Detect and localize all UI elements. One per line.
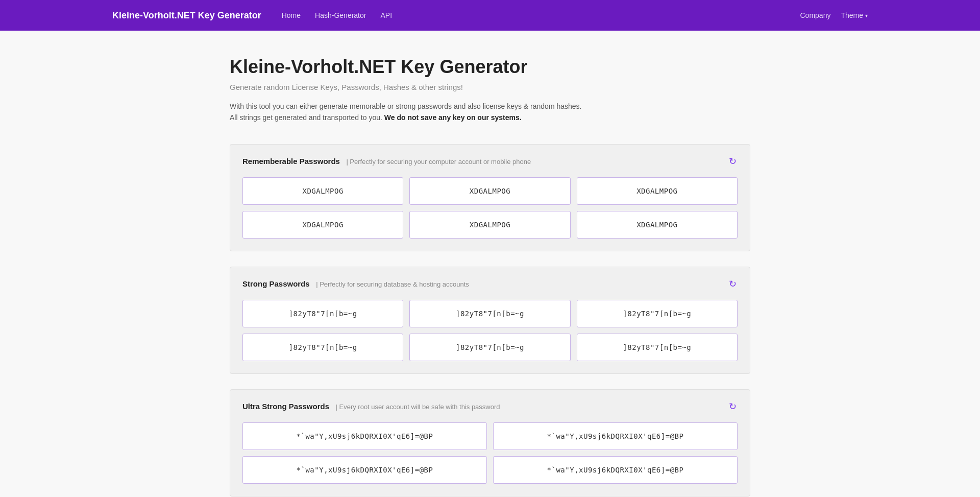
nav-link-api[interactable]: API [380,11,392,19]
ultra-strong-passwords-section: Ultra Strong Passwords | Every root user… [230,389,750,496]
ultra-strong-passwords-grid: *`wa"Y,xU9sj6kDQRXI0X'qE6]=@BP *`wa"Y,xU… [242,422,738,484]
page-subtitle: Generate random License Keys, Passwords,… [230,83,750,91]
rememberable-password-3[interactable]: XDGALMPOG [242,211,403,239]
rememberable-title-group: Rememberable Passwords | Perfectly for s… [242,157,531,166]
rememberable-password-5[interactable]: XDGALMPOG [577,211,738,239]
theme-label: Theme [841,11,863,19]
rememberable-password-4[interactable]: XDGALMPOG [409,211,570,239]
ultra-strong-password-3[interactable]: *`wa"Y,xU9sj6kDQRXI0X'qE6]=@BP [493,456,738,484]
theme-button[interactable]: Theme ▾ [841,11,868,19]
rememberable-passwords-grid: XDGALMPOG XDGALMPOG XDGALMPOG XDGALMPOG … [242,177,738,239]
rememberable-title: Rememberable Passwords [242,157,340,165]
ultra-strong-password-0[interactable]: *`wa"Y,xU9sj6kDQRXI0X'qE6]=@BP [242,422,487,450]
strong-password-3[interactable]: ]82yT8"7[n[b=~g [242,334,403,361]
ultra-strong-password-2[interactable]: *`wa"Y,xU9sj6kDQRXI0X'qE6]=@BP [242,456,487,484]
ultra-strong-title: Ultra Strong Passwords [242,402,329,411]
strong-title: Strong Passwords [242,279,310,288]
nav-link-company[interactable]: Company [800,11,831,19]
ultra-strong-subtitle: | Every root user account will be safe w… [336,403,500,411]
description-line2-plain: All strings get generated and transporte… [230,113,382,122]
ultra-strong-header: Ultra Strong Passwords | Every root user… [242,400,738,413]
page-description: With this tool you can either generate m… [230,101,750,124]
rememberable-password-1[interactable]: XDGALMPOG [409,177,570,205]
rememberable-passwords-section: Rememberable Passwords | Perfectly for s… [230,144,750,251]
navbar: Kleine-Vorholt.NET Key Generator Home Ha… [0,0,980,31]
rememberable-refresh-button[interactable]: ↻ [728,155,738,168]
ultra-strong-refresh-button[interactable]: ↻ [728,400,738,413]
strong-passwords-section: Strong Passwords | Perfectly for securin… [230,267,750,374]
rememberable-header: Rememberable Passwords | Perfectly for s… [242,155,738,168]
page-title: Kleine-Vorholt.NET Key Generator [230,56,750,78]
strong-header: Strong Passwords | Perfectly for securin… [242,277,738,291]
navbar-links: Home Hash-Generator API [282,11,800,19]
main-content: Kleine-Vorholt.NET Key Generator Generat… [219,31,761,497]
description-line1: With this tool you can either generate m… [230,102,581,110]
strong-password-4[interactable]: ]82yT8"7[n[b=~g [409,334,570,361]
strong-password-5[interactable]: ]82yT8"7[n[b=~g [577,334,738,361]
strong-passwords-grid: ]82yT8"7[n[b=~g ]82yT8"7[n[b=~g ]82yT8"7… [242,300,738,361]
nav-link-home[interactable]: Home [282,11,301,19]
strong-subtitle: | Perfectly for securing database & host… [316,280,469,288]
rememberable-password-2[interactable]: XDGALMPOG [577,177,738,205]
strong-title-group: Strong Passwords | Perfectly for securin… [242,279,469,289]
nav-link-hash-generator[interactable]: Hash-Generator [315,11,366,19]
theme-caret-icon: ▾ [865,13,868,18]
ultra-strong-title-group: Ultra Strong Passwords | Every root user… [242,402,500,411]
strong-refresh-button[interactable]: ↻ [728,277,738,291]
strong-password-0[interactable]: ]82yT8"7[n[b=~g [242,300,403,327]
strong-password-1[interactable]: ]82yT8"7[n[b=~g [409,300,570,327]
ultra-strong-password-1[interactable]: *`wa"Y,xU9sj6kDQRXI0X'qE6]=@BP [493,422,738,450]
description-line2-bold: We do not save any key on our systems. [382,113,522,122]
rememberable-subtitle: | Perfectly for securing your computer a… [346,158,531,165]
navbar-right: Company Theme ▾ [800,11,868,19]
rememberable-password-0[interactable]: XDGALMPOG [242,177,403,205]
strong-password-2[interactable]: ]82yT8"7[n[b=~g [577,300,738,327]
navbar-brand[interactable]: Kleine-Vorholt.NET Key Generator [112,10,261,21]
